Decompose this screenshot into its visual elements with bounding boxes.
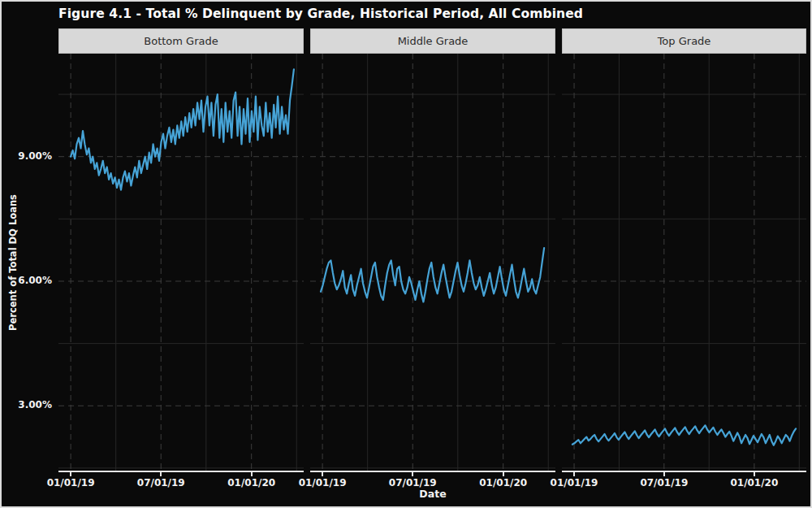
x-tick-mark	[663, 472, 665, 476]
x-tick-label: 01/01/20	[723, 477, 785, 488]
facet-strip-top-grade: Top Grade	[562, 28, 806, 54]
y-axis-label: Percent of Total DQ Loans	[7, 173, 19, 352]
panel-plot-top-grade	[562, 54, 806, 471]
data-line-bottom-grade	[71, 69, 294, 189]
x-tick-mark	[573, 472, 575, 476]
x-tick-label: 01/01/19	[543, 477, 605, 488]
x-tick-label: 07/01/19	[633, 477, 695, 488]
x-axis-line	[310, 471, 555, 472]
chart-figure: Figure 4.1 - Total % Delinquent by Grade…	[0, 0, 812, 508]
x-axis-line	[562, 471, 806, 472]
x-tick-mark	[322, 472, 323, 476]
y-tick-label: 3.00%	[2, 399, 52, 410]
facet-strip-middle-grade: Middle Grade	[310, 28, 555, 54]
x-axis-line	[58, 471, 304, 472]
x-tick-label: 01/01/19	[40, 477, 102, 488]
x-tick-mark	[70, 472, 71, 476]
panel-plot-bottom-grade	[58, 54, 304, 471]
x-tick-label: 07/01/19	[130, 477, 192, 488]
x-tick-label: 07/01/19	[382, 477, 443, 488]
y-tick-label: 6.00%	[2, 275, 52, 286]
x-tick-mark	[251, 472, 253, 476]
facet-strip-bottom-grade: Bottom Grade	[58, 28, 304, 54]
x-tick-label: 01/01/19	[292, 477, 353, 488]
x-tick-mark	[503, 472, 504, 476]
x-tick-mark	[754, 472, 755, 476]
panel-plot-middle-grade	[310, 54, 555, 471]
data-line-top-grade	[572, 425, 796, 445]
data-line-middle-grade	[321, 248, 544, 302]
figure-title: Figure 4.1 - Total % Delinquent by Grade…	[58, 7, 806, 21]
y-tick-label: 9.00%	[2, 150, 52, 162]
x-axis-label: Date	[310, 488, 555, 500]
x-tick-label: 01/01/20	[473, 477, 534, 488]
x-tick-label: 01/01/20	[221, 477, 283, 488]
x-tick-mark	[412, 472, 413, 476]
x-tick-mark	[160, 472, 162, 476]
